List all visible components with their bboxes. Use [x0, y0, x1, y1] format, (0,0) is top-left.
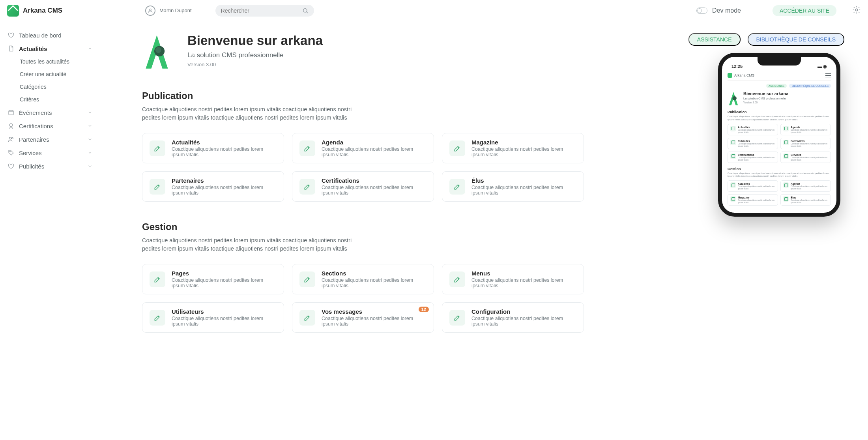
phone-card: ActualitésCoactique aliquotiens nostri p… [728, 124, 778, 135]
card-subtitle: Coactique aliquotiens nostri pedites lor… [322, 185, 427, 196]
card-subtitle: Coactique aliquotiens nostri pedites lor… [172, 316, 277, 327]
nav-label: Publicités [19, 163, 44, 170]
phone-card-sub: Coactique aliquotiens nostri pedites lor… [738, 199, 775, 204]
phone-preview: 12:25 ▬ ◉ Arkana CMS ASSISTANCE BIBLIOTH… [718, 53, 840, 217]
award-icon [8, 123, 14, 129]
section-desc: Coactique aliquotiens nostri pedites lor… [142, 236, 363, 253]
heart-icon [8, 32, 14, 38]
svg-point-4 [9, 124, 13, 127]
card-title: Élus [471, 177, 576, 184]
card-title: Certifications [322, 177, 427, 184]
phone-app-logo-icon [728, 91, 739, 106]
card-vos-messages[interactable]: Vos messagesCoactique aliquotiens nostri… [292, 302, 434, 333]
phone-edit-icon [730, 140, 736, 145]
calendar-icon [8, 109, 14, 116]
svg-point-5 [9, 137, 11, 139]
sidebar-item-evenements[interactable]: Événements [8, 106, 95, 119]
sidebar-sub-create-news[interactable]: Créer une actualité [20, 68, 95, 81]
phone-section-title: Gestion [728, 167, 831, 171]
card-certifications[interactable]: CertificationsCoactique aliquotiens nost… [292, 171, 434, 202]
card-partenaires[interactable]: PartenairesCoactique aliquotiens nostri … [142, 171, 284, 202]
search-input-wrap[interactable] [215, 5, 314, 17]
chevron-up-icon [88, 45, 92, 52]
gear-icon [852, 6, 861, 14]
phone-card: MagazineCoactique aliquotiens nostri ped… [728, 194, 778, 206]
phone-card-sub: Coactique aliquotiens nostri pedites lor… [791, 142, 828, 147]
access-site-button[interactable]: ACCÉDER AU SITE [773, 5, 836, 16]
main-content: Bienvenue sur arkana La solution CMS pro… [99, 21, 868, 440]
sidebar-sub-categories[interactable]: Catégories [20, 81, 95, 93]
card-pages[interactable]: PagesCoactique aliquotiens nostri pedite… [142, 264, 284, 294]
sidebar-sub-criteres[interactable]: Critères [20, 93, 95, 106]
assistance-button[interactable]: ASSISTANCE [688, 33, 741, 46]
card-subtitle: Coactique aliquotiens nostri pedites lor… [471, 277, 576, 288]
sidebar-submenu-actualites: Toutes les actualités Créer une actualit… [8, 55, 95, 106]
edit-icon [150, 179, 165, 195]
hamburger-icon [825, 73, 831, 77]
card-subtitle: Coactique aliquotiens nostri pedites lor… [471, 316, 576, 327]
phone-card: ActualitésCoactique aliquotiens nostri p… [728, 180, 778, 192]
card-subtitle: Coactique aliquotiens nostri pedites lor… [471, 146, 576, 157]
nav-label: Catégories [20, 84, 47, 90]
section-publication: Publication Coactique aliquotiens nostri… [142, 90, 596, 202]
card-sections[interactable]: SectionsCoactique aliquotiens nostri ped… [292, 264, 434, 294]
notification-badge: 12 [419, 307, 429, 312]
dev-mode-toggle[interactable]: Dev mode [696, 7, 741, 14]
phone-card-sub: Coactique aliquotiens nostri pedites lor… [791, 156, 828, 161]
phone-notch-icon [758, 57, 801, 66]
nav-label: Actualités [19, 45, 47, 52]
sidebar-item-publicites[interactable]: Publicités [8, 159, 95, 173]
card-utilisateurs[interactable]: UtilisateursCoactique aliquotiens nostri… [142, 302, 284, 333]
phone-card: PublicitésCoactique aliquotiens nostri p… [728, 138, 778, 149]
section-gestion: Gestion Coactique aliquotiens nostri ped… [142, 221, 596, 333]
card-subtitle: Coactique aliquotiens nostri pedites lor… [322, 316, 427, 327]
nav-label: Critères [20, 96, 39, 103]
card-subtitle: Coactique aliquotiens nostri pedites lor… [172, 277, 277, 288]
sidebar-item-partenaires[interactable]: Partenaires [8, 133, 95, 146]
card-title: Magazine [471, 139, 576, 146]
user-menu[interactable]: Martin Dupont [145, 6, 192, 16]
edit-icon [299, 140, 315, 156]
sidebar-item-dashboard[interactable]: Tableau de bord [8, 28, 95, 42]
toggle-icon[interactable] [696, 7, 707, 14]
section-desc: Coactique aliquotiens nostri pedites lor… [142, 105, 363, 122]
phone-edit-icon [730, 196, 736, 202]
app-logo-icon [142, 33, 172, 71]
search-input[interactable] [221, 7, 302, 14]
phone-card-title: Certifications [738, 154, 775, 156]
card-agenda[interactable]: AgendaCoactique aliquotiens nostri pedit… [292, 133, 434, 163]
phone-card-title: Actualités [738, 126, 775, 129]
phone-edit-icon [783, 126, 789, 131]
sidebar-sub-all-news[interactable]: Toutes les actualités [20, 55, 95, 68]
card-menus[interactable]: MenusCoactique aliquotiens nostri pedite… [442, 264, 584, 294]
phone-title: Bienvenue sur arkana [743, 91, 788, 96]
sidebar-item-certifications[interactable]: Certifications [8, 119, 95, 133]
phone-edit-icon [730, 182, 736, 188]
sidebar-item-services[interactable]: Services [8, 146, 95, 159]
phone-edit-icon [783, 154, 789, 159]
brand[interactable]: Arkana CMS [7, 5, 90, 17]
card-title: Actualités [172, 139, 277, 146]
phone-card-sub: Coactique aliquotiens nostri pedites lor… [791, 199, 828, 204]
phone-brand-label: Arkana CMS [734, 73, 754, 77]
phone-pill-assistance: ASSISTANCE [766, 84, 787, 88]
welcome-title: Bienvenue sur arkana [187, 33, 323, 48]
brand-logo-icon [7, 5, 19, 17]
edit-icon [150, 140, 165, 156]
card-actualités[interactable]: ActualitésCoactique aliquotiens nostri p… [142, 133, 284, 163]
settings-button[interactable] [852, 6, 861, 16]
phone-card: ÉlusCoactique aliquotiens nostri pedites… [780, 194, 831, 206]
card-title: Configuration [471, 308, 576, 315]
sidebar-item-actualites[interactable]: Actualités [8, 42, 95, 55]
dev-mode-label: Dev mode [712, 7, 741, 14]
edit-icon [449, 140, 465, 156]
phone-edit-icon [783, 196, 789, 202]
users-icon [8, 136, 14, 142]
welcome-subtitle: La solution CMS professionnelle [187, 51, 323, 59]
library-button[interactable]: BIBLIOTHÈQUE DE CONSEILS [748, 33, 845, 46]
card-magazine[interactable]: MagazineCoactique aliquotiens nostri ped… [442, 133, 584, 163]
phone-card-title: Agenda [791, 182, 828, 185]
phone-edit-icon [783, 182, 789, 188]
card-élus[interactable]: ÉlusCoactique aliquotiens nostri pedites… [442, 171, 584, 202]
card-configuration[interactable]: ConfigurationCoactique aliquotiens nostr… [442, 302, 584, 333]
